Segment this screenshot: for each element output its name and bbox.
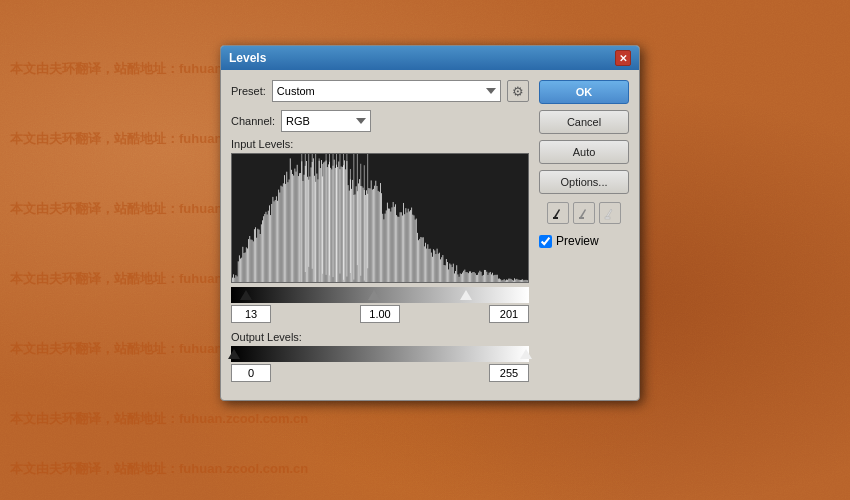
preview-row: Preview	[539, 234, 629, 248]
channel-label: Channel:	[231, 115, 275, 127]
output-shadow-thumb[interactable]	[228, 349, 240, 359]
ok-button[interactable]: OK	[539, 80, 629, 104]
left-panel: Preset: Custom Default Increase Contrast…	[231, 80, 529, 390]
input-levels-label: Input Levels:	[231, 138, 529, 150]
preset-select[interactable]: Custom Default Increase Contrast 1 Incre…	[272, 80, 501, 102]
input-min-value[interactable]	[231, 305, 271, 323]
input-max-value[interactable]	[489, 305, 529, 323]
output-min-value[interactable]	[231, 364, 271, 382]
black-eyedropper[interactable]	[547, 202, 569, 224]
input-slider-track[interactable]	[231, 287, 529, 303]
input-shadow-thumb[interactable]	[240, 290, 252, 300]
input-midtone-thumb[interactable]	[368, 290, 380, 300]
svg-rect-0	[553, 217, 558, 219]
histogram-canvas	[232, 154, 528, 282]
output-slider-track[interactable]	[231, 346, 529, 362]
preview-checkbox[interactable]	[539, 235, 552, 248]
auto-button[interactable]: Auto	[539, 140, 629, 164]
output-values-row	[231, 364, 529, 382]
options-button[interactable]: Options...	[539, 170, 629, 194]
cancel-button[interactable]: Cancel	[539, 110, 629, 134]
preset-row: Preset: Custom Default Increase Contrast…	[231, 80, 529, 102]
svg-rect-1	[579, 217, 584, 219]
output-levels-label: Output Levels:	[231, 331, 529, 343]
dialog-body: Preset: Custom Default Increase Contrast…	[221, 70, 639, 400]
right-panel: OK Cancel Auto Options... Preview	[539, 80, 629, 390]
gray-eyedropper[interactable]	[573, 202, 595, 224]
output-max-value[interactable]	[489, 364, 529, 382]
input-values-row	[231, 305, 529, 323]
input-mid-value[interactable]	[360, 305, 400, 323]
eyedroppers-row	[539, 202, 629, 224]
gear-button[interactable]: ⚙	[507, 80, 529, 102]
channel-select[interactable]: RGB Red Green Blue	[281, 110, 371, 132]
levels-dialog: Levels ✕ Preset: Custom Default Increase…	[220, 45, 640, 401]
output-highlight-thumb[interactable]	[520, 349, 532, 359]
input-highlight-thumb[interactable]	[460, 290, 472, 300]
white-eyedropper[interactable]	[599, 202, 621, 224]
preset-label: Preset:	[231, 85, 266, 97]
close-button[interactable]: ✕	[615, 50, 631, 66]
svg-rect-2	[605, 217, 610, 219]
dialog-title: Levels	[229, 51, 266, 65]
dialog-titlebar: Levels ✕	[221, 46, 639, 70]
channel-row: Channel: RGB Red Green Blue	[231, 110, 529, 132]
histogram-container	[231, 153, 529, 283]
preview-label[interactable]: Preview	[556, 234, 599, 248]
